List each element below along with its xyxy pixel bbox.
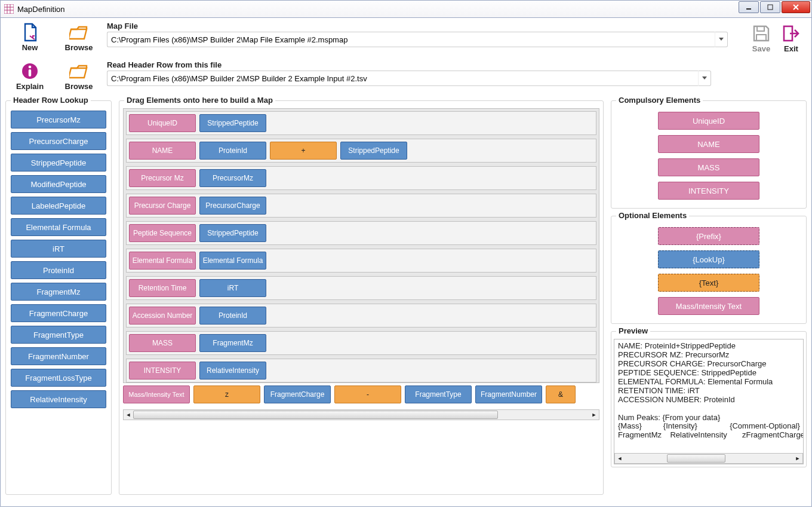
chip-name[interactable]: NAME	[658, 135, 759, 153]
chip-precursorcharge[interactable]: PrecursorCharge	[11, 132, 106, 150]
app-icon	[4, 4, 14, 14]
chip-precursor-charge[interactable]: Precursor Charge	[129, 197, 196, 215]
chip-precursor-mz[interactable]: Precursor Mz	[129, 169, 196, 187]
folder-open-icon	[69, 23, 88, 42]
chip-relativeintensity[interactable]: RelativeIntensity	[199, 362, 266, 380]
svg-rect-15	[29, 69, 31, 76]
chip-elemental-formula[interactable]: Elemental Formula	[199, 252, 266, 270]
svg-marker-9	[719, 38, 724, 41]
chip-relativeintensity[interactable]: RelativeIntensity	[11, 390, 106, 408]
chip-fragmentlosstype[interactable]: FragmentLossType	[11, 369, 106, 387]
chip-mass-intensity-text[interactable]: Mass/Intensity Text	[658, 297, 759, 315]
chip-intensity[interactable]: INTENSITY	[658, 182, 759, 200]
compulsory-group: Compulsory Elements UniqueIDNAMEMASSINTE…	[611, 100, 807, 209]
chip--[interactable]: -	[334, 385, 401, 403]
chip-uniqueid[interactable]: UniqueID	[658, 112, 759, 130]
header-file-label: Read Header Row from this file	[107, 60, 711, 69]
chip-accession-number[interactable]: Accession Number	[129, 307, 196, 325]
chip--text-[interactable]: {Text}	[658, 274, 759, 292]
chip-irt[interactable]: iRT	[199, 279, 266, 297]
build-row[interactable]: Retention TimeiRT	[126, 276, 596, 300]
chip-proteinid[interactable]: ProteinId	[11, 261, 106, 279]
chip-fragmentcharge[interactable]: FragmentCharge	[11, 304, 106, 322]
chip-elemental-formula[interactable]: Elemental Formula	[11, 218, 106, 236]
chip-irt[interactable]: iRT	[11, 240, 106, 258]
build-row[interactable]: MASSFragmentMz	[126, 331, 596, 355]
maximize-button[interactable]	[760, 1, 780, 13]
explain-label: Explain	[16, 82, 44, 91]
chip-fragmentnumber[interactable]: FragmentNumber	[475, 385, 542, 403]
svg-rect-10	[757, 26, 764, 31]
chip-modifiedpeptide[interactable]: ModifiedPeptide	[11, 175, 106, 193]
build-row[interactable]: INTENSITYRelativeIntensity	[126, 359, 596, 382]
preview-hscroll[interactable]: ◄ ►	[614, 453, 803, 464]
chip-strippedpeptide[interactable]: StrippedPeptide	[199, 114, 266, 132]
preview-text: NAME: ProteinId+StrippedPeptide PRECURSO…	[618, 342, 799, 440]
save-label: Save	[752, 44, 770, 53]
build-map-group: Drag Elements onto here to build a Map U…	[119, 100, 604, 495]
chip-precursormz[interactable]: PrecursorMz	[199, 169, 266, 187]
build-row[interactable]: NAMEProteinId+StrippedPeptide	[126, 139, 596, 163]
chip-fragmentmz[interactable]: FragmentMz	[11, 283, 106, 301]
build-row-mass-intensity[interactable]: Mass/Intensity TextzFragmentCharge-Fragm…	[123, 383, 599, 406]
chip-mass[interactable]: MASS	[658, 158, 759, 176]
new-file-icon	[20, 23, 39, 42]
chip-fragmenttype[interactable]: FragmentType	[405, 385, 472, 403]
header-lookup-title: Header Row Lookup	[11, 96, 91, 105]
chip--lookup-[interactable]: {LookUp}	[658, 250, 759, 268]
preview-group: Preview NAME: ProteinId+StrippedPeptide …	[611, 331, 807, 467]
chip-name[interactable]: NAME	[129, 142, 196, 160]
build-row[interactable]: Precursor ChargePrecursorCharge	[126, 194, 596, 218]
chip-strippedpeptide[interactable]: StrippedPeptide	[11, 154, 106, 172]
build-row[interactable]: UniqueIDStrippedPeptide	[126, 111, 596, 135]
exit-label: Exit	[784, 44, 798, 53]
chip-labeledpeptide[interactable]: LabeledPeptide	[11, 197, 106, 215]
chip-proteinid[interactable]: ProteinId	[199, 307, 266, 325]
chip-precursorcharge[interactable]: PrecursorCharge	[199, 197, 266, 215]
close-button[interactable]	[782, 1, 810, 13]
map-file-dropdown[interactable]	[715, 32, 728, 47]
titlebar: MapDefinition	[0, 0, 812, 18]
chip-mass-intensity-text[interactable]: Mass/Intensity Text	[123, 385, 190, 403]
build-row[interactable]: Peptide SequenceStrippedPeptide	[126, 221, 596, 245]
header-file-input[interactable]	[107, 71, 698, 86]
chip-fragmentcharge[interactable]: FragmentCharge	[264, 385, 331, 403]
chip-precursormz[interactable]: PrecursorMz	[11, 111, 106, 128]
chip-fragmentnumber[interactable]: FragmentNumber	[11, 347, 106, 365]
build-row[interactable]: Precursor MzPrecursorMz	[126, 166, 596, 190]
map-file-input[interactable]	[107, 32, 715, 47]
header-file-dropdown[interactable]	[698, 71, 711, 86]
chip-fragmenttype[interactable]: FragmentType	[11, 326, 106, 344]
chip-z[interactable]: z	[193, 385, 260, 403]
browse-mapfile-button[interactable]: Browse	[54, 22, 103, 53]
build-hscroll[interactable]: ◄ ►	[123, 409, 599, 420]
chip-strippedpeptide[interactable]: StrippedPeptide	[199, 224, 266, 242]
compulsory-title: Compulsory Elements	[616, 96, 703, 105]
build-area[interactable]: UniqueIDStrippedPeptideNAMEProteinId+Str…	[123, 108, 599, 383]
save-button[interactable]: Save	[752, 23, 771, 53]
chip--[interactable]: &	[546, 385, 576, 403]
chip-proteinid[interactable]: ProteinId	[199, 142, 266, 160]
preview-title: Preview	[616, 326, 650, 335]
chip-fragmentmz[interactable]: FragmentMz	[199, 334, 266, 352]
exit-button[interactable]: Exit	[782, 23, 801, 53]
browse-headerfile-button[interactable]: Browse	[54, 60, 103, 91]
chip-elemental-formula[interactable]: Elemental Formula	[129, 252, 196, 270]
chip-retention-time[interactable]: Retention Time	[129, 279, 196, 297]
chip-mass[interactable]: MASS	[129, 334, 196, 352]
explain-button[interactable]: Explain	[5, 60, 54, 91]
chip-peptide-sequence[interactable]: Peptide Sequence	[129, 224, 196, 242]
svg-point-14	[29, 66, 32, 69]
chip-strippedpeptide[interactable]: StrippedPeptide	[340, 142, 407, 160]
new-button[interactable]: New	[5, 22, 54, 53]
chip-intensity[interactable]: INTENSITY	[129, 362, 196, 380]
chip-uniqueid[interactable]: UniqueID	[129, 114, 196, 132]
build-row[interactable]: Accession NumberProteinId	[126, 304, 596, 328]
save-icon	[752, 24, 771, 43]
build-row[interactable]: Elemental FormulaElemental Formula	[126, 249, 596, 273]
minimize-button[interactable]	[739, 1, 759, 13]
chip--[interactable]: +	[270, 142, 337, 160]
svg-rect-0	[4, 4, 14, 14]
chip--prefix-[interactable]: {Prefix}	[658, 227, 759, 245]
svg-rect-11	[756, 35, 766, 41]
